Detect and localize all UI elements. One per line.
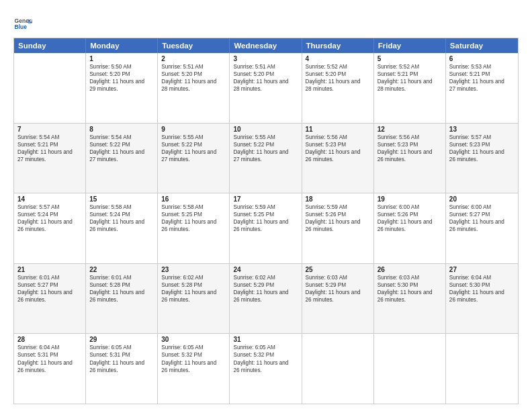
sunrise-line: Sunrise: 5:54 AM xyxy=(17,134,82,141)
sunrise-line: Sunrise: 6:04 AM xyxy=(449,274,515,281)
calendar-cell-2-3: 17Sunrise: 5:59 AMSunset: 5:25 PMDayligh… xyxy=(230,193,302,263)
day-number: 23 xyxy=(161,266,226,273)
calendar: SundayMondayTuesdayWednesdayThursdayFrid… xyxy=(13,38,519,404)
logo-icon: General Blue xyxy=(13,15,32,34)
calendar-cell-0-3: 3Sunrise: 5:51 AMSunset: 5:20 PMDaylight… xyxy=(230,53,302,123)
sunset-line: Sunset: 5:28 PM xyxy=(89,281,154,289)
sunset-line: Sunset: 5:29 PM xyxy=(306,281,370,289)
daylight-line: Daylight: 11 hours and xyxy=(306,148,370,156)
daylight-line-2: 26 minutes. xyxy=(306,226,370,233)
sunset-line: Sunset: 5:20 PM xyxy=(233,71,298,78)
daylight-line-2: 27 minutes. xyxy=(89,156,154,163)
sunrise-line: Sunrise: 6:03 AM xyxy=(378,274,442,281)
daylight-line-2: 26 minutes. xyxy=(89,367,154,374)
day-number: 25 xyxy=(306,266,370,273)
sunset-line: Sunset: 5:22 PM xyxy=(233,141,298,148)
sunset-line: Sunset: 5:22 PM xyxy=(89,141,154,148)
header-day-saturday: Saturday xyxy=(446,38,518,53)
calendar-cell-3-6: 27Sunrise: 6:04 AMSunset: 5:30 PMDayligh… xyxy=(446,264,518,334)
sunrise-line: Sunrise: 6:03 AM xyxy=(306,274,370,281)
sunrise-line: Sunrise: 5:55 AM xyxy=(161,134,226,141)
daylight-line: Daylight: 11 hours and xyxy=(306,78,370,85)
day-number: 14 xyxy=(17,195,82,203)
calendar-cell-4-5 xyxy=(374,334,446,404)
daylight-line-2: 27 minutes. xyxy=(17,156,82,163)
calendar-cell-1-6: 13Sunrise: 5:57 AMSunset: 5:23 PMDayligh… xyxy=(446,124,518,193)
logo: General Blue xyxy=(13,15,35,34)
sunset-line: Sunset: 5:24 PM xyxy=(89,211,154,218)
sunrise-line: Sunrise: 5:51 AM xyxy=(233,63,298,71)
daylight-line: Daylight: 11 hours and xyxy=(161,218,226,226)
sunset-line: Sunset: 5:25 PM xyxy=(161,211,226,218)
daylight-line-2: 26 minutes. xyxy=(233,296,298,304)
daylight-line: Daylight: 11 hours and xyxy=(17,218,82,226)
calendar-row-0: 1Sunrise: 5:50 AMSunset: 5:20 PMDaylight… xyxy=(14,53,518,124)
sunrise-line: Sunrise: 5:50 AM xyxy=(89,63,154,71)
calendar-cell-3-5: 26Sunrise: 6:03 AMSunset: 5:30 PMDayligh… xyxy=(374,264,446,334)
daylight-line: Daylight: 11 hours and xyxy=(89,289,154,296)
sunset-line: Sunset: 5:31 PM xyxy=(89,351,154,359)
daylight-line-2: 28 minutes. xyxy=(378,85,442,93)
sunrise-line: Sunrise: 5:57 AM xyxy=(449,134,515,141)
calendar-cell-0-2: 2Sunrise: 5:51 AMSunset: 5:20 PMDaylight… xyxy=(158,53,230,123)
daylight-line: Daylight: 11 hours and xyxy=(449,148,515,156)
daylight-line-2: 26 minutes. xyxy=(378,156,442,163)
day-number: 24 xyxy=(233,266,298,273)
daylight-line: Daylight: 11 hours and xyxy=(378,218,442,226)
header-day-monday: Monday xyxy=(86,38,158,53)
sunrise-line: Sunrise: 5:51 AM xyxy=(161,63,226,71)
sunrise-line: Sunrise: 5:52 AM xyxy=(306,63,370,71)
day-number: 29 xyxy=(89,336,154,343)
sunset-line: Sunset: 5:27 PM xyxy=(17,281,82,289)
daylight-line: Daylight: 11 hours and xyxy=(89,148,154,156)
sunrise-line: Sunrise: 5:55 AM xyxy=(233,134,298,141)
day-number: 4 xyxy=(306,55,370,62)
calendar-cell-4-6 xyxy=(446,334,518,404)
day-number: 27 xyxy=(449,266,515,273)
header-day-thursday: Thursday xyxy=(302,38,374,53)
calendar-cell-4-3: 31Sunrise: 6:05 AMSunset: 5:32 PMDayligh… xyxy=(230,334,302,404)
daylight-line-2: 26 minutes. xyxy=(233,226,298,233)
daylight-line: Daylight: 11 hours and xyxy=(306,218,370,226)
calendar-cell-1-4: 11Sunrise: 5:56 AMSunset: 5:23 PMDayligh… xyxy=(302,124,374,193)
daylight-line-2: 27 minutes. xyxy=(161,156,226,163)
sunset-line: Sunset: 5:27 PM xyxy=(449,211,515,218)
daylight-line: Daylight: 11 hours and xyxy=(378,289,442,296)
calendar-cell-2-5: 19Sunrise: 6:00 AMSunset: 5:26 PMDayligh… xyxy=(374,193,446,263)
header-day-tuesday: Tuesday xyxy=(158,38,230,53)
header-day-wednesday: Wednesday xyxy=(230,38,302,53)
sunset-line: Sunset: 5:32 PM xyxy=(161,351,226,359)
calendar-row-3: 21Sunrise: 6:01 AMSunset: 5:27 PMDayligh… xyxy=(14,264,518,334)
day-number: 22 xyxy=(89,266,154,273)
daylight-line: Daylight: 11 hours and xyxy=(449,78,515,85)
daylight-line-2: 26 minutes. xyxy=(17,367,82,374)
sunset-line: Sunset: 5:29 PM xyxy=(233,281,298,289)
daylight-line: Daylight: 11 hours and xyxy=(306,289,370,296)
day-number: 6 xyxy=(449,55,515,62)
day-number: 19 xyxy=(378,195,442,203)
calendar-cell-3-1: 22Sunrise: 6:01 AMSunset: 5:28 PMDayligh… xyxy=(86,264,158,334)
sunrise-line: Sunrise: 6:04 AM xyxy=(17,344,82,351)
daylight-line-2: 26 minutes. xyxy=(449,226,515,233)
header-day-sunday: Sunday xyxy=(14,38,86,53)
calendar-cell-0-4: 4Sunrise: 5:52 AMSunset: 5:20 PMDaylight… xyxy=(302,53,374,123)
calendar-cell-1-1: 8Sunrise: 5:54 AMSunset: 5:22 PMDaylight… xyxy=(86,124,158,193)
calendar-cell-3-4: 25Sunrise: 6:03 AMSunset: 5:29 PMDayligh… xyxy=(302,264,374,334)
daylight-line: Daylight: 11 hours and xyxy=(233,78,298,85)
sunrise-line: Sunrise: 5:57 AM xyxy=(17,203,82,211)
day-number: 26 xyxy=(378,266,442,273)
daylight-line: Daylight: 11 hours and xyxy=(449,289,515,296)
sunset-line: Sunset: 5:25 PM xyxy=(233,211,298,218)
daylight-line-2: 27 minutes. xyxy=(449,85,515,93)
day-number: 12 xyxy=(378,126,442,133)
sunset-line: Sunset: 5:23 PM xyxy=(449,141,515,148)
sunset-line: Sunset: 5:22 PM xyxy=(161,141,226,148)
sunrise-line: Sunrise: 5:56 AM xyxy=(306,134,370,141)
calendar-cell-0-5: 5Sunrise: 5:52 AMSunset: 5:21 PMDaylight… xyxy=(374,53,446,123)
calendar-cell-1-3: 10Sunrise: 5:55 AMSunset: 5:22 PMDayligh… xyxy=(230,124,302,193)
calendar-cell-0-1: 1Sunrise: 5:50 AMSunset: 5:20 PMDaylight… xyxy=(86,53,158,123)
daylight-line-2: 26 minutes. xyxy=(378,296,442,304)
sunset-line: Sunset: 5:31 PM xyxy=(17,351,82,359)
sunrise-line: Sunrise: 5:52 AM xyxy=(378,63,442,71)
sunrise-line: Sunrise: 6:02 AM xyxy=(161,274,226,281)
